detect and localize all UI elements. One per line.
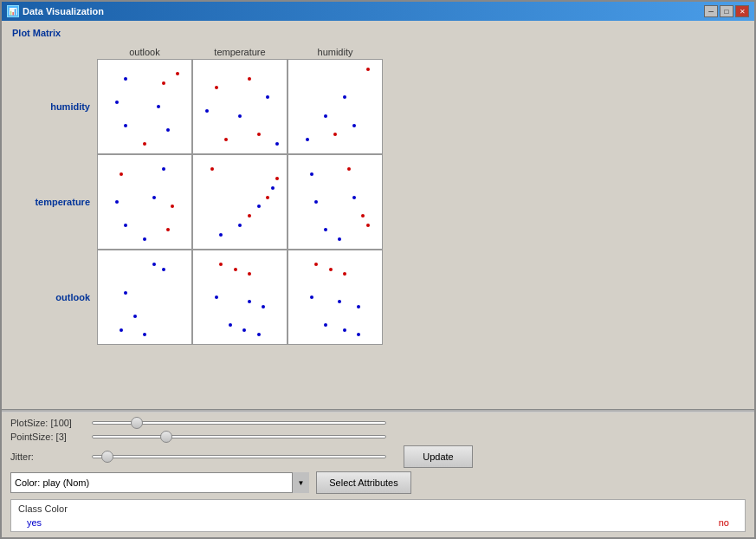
plot-cell-1-2 — [288, 154, 383, 250]
jitter-thumb[interactable] — [101, 451, 113, 463]
select-arrow-icon[interactable]: ▼ — [292, 472, 309, 493]
minimize-button[interactable]: ─ — [704, 5, 718, 17]
plot-cell-0-1 — [192, 59, 288, 154]
row-label-temperature: temperature — [3, 197, 90, 207]
col-header-humidity: humidity — [288, 47, 383, 59]
plot-cell-0-0 — [97, 59, 192, 154]
plot-cell-1-1 — [192, 154, 288, 250]
plot-matrix-label: Plot Matrix — [12, 28, 61, 38]
plot-size-track[interactable] — [92, 421, 386, 425]
main-window: 📊 Data Visualization ─ □ ✕ Plot Matrix o… — [0, 0, 756, 539]
col-header-outlook: outlook — [97, 47, 192, 59]
maximize-button[interactable]: □ — [720, 5, 733, 17]
select-attributes-button[interactable]: Select Attributes — [316, 471, 411, 494]
plot-rows: humidity — [97, 59, 746, 345]
row-label-humidity: humidity — [3, 101, 90, 112]
plot-cell-0-2 — [288, 59, 383, 154]
grid-cells-row2 — [97, 250, 383, 345]
point-size-label: PointSize: [3] — [10, 432, 88, 442]
jitter-row: Jitter: Update — [10, 445, 746, 468]
bottom-controls: Color: play (Nom) ▼ Select Attributes — [10, 471, 746, 494]
jitter-track[interactable] — [92, 455, 386, 458]
grid-cells-row0 — [97, 59, 383, 154]
color-select[interactable]: Color: play (Nom) — [10, 472, 309, 493]
grid-cells-row1 — [97, 154, 383, 250]
class-yes-value: yes — [27, 517, 42, 528]
plot-row-humidity: humidity — [97, 59, 746, 154]
title-bar: 📊 Data Visualization ─ □ ✕ — [2, 2, 754, 21]
close-button[interactable]: ✕ — [735, 5, 749, 17]
class-color-values: yes no — [18, 517, 738, 528]
plot-cell-2-2 — [288, 250, 383, 345]
col-headers: outlook temperature humidity — [97, 47, 746, 59]
plot-cell-2-0 — [97, 250, 192, 345]
class-no-value: no — [719, 517, 729, 528]
window-title: Data Visualization — [23, 6, 104, 16]
row-label-outlook: outlook — [3, 292, 90, 302]
plot-grid-container: outlook temperature humidity humidity — [97, 47, 746, 345]
point-size-row: PointSize: [3] — [10, 432, 746, 442]
plot-area: Plot Matrix outlook temperature humidity… — [2, 21, 754, 409]
jitter-label: Jitter: — [10, 451, 88, 462]
plot-size-label: PlotSize: [100] — [10, 418, 88, 428]
update-button[interactable]: Update — [404, 445, 473, 468]
point-size-thumb[interactable] — [160, 431, 172, 443]
class-color-section: Class Color yes no — [10, 499, 746, 532]
plot-cell-1-0 — [97, 154, 192, 250]
plot-size-thumb[interactable] — [131, 417, 143, 429]
window-controls: ─ □ ✕ — [704, 5, 749, 17]
col-header-temperature: temperature — [192, 47, 288, 59]
app-icon: 📊 — [7, 5, 19, 17]
plot-size-row: PlotSize: [100] — [10, 418, 746, 428]
content-area: Plot Matrix outlook temperature humidity… — [2, 21, 754, 537]
plot-row-outlook: outlook — [97, 250, 746, 345]
controls-area: PlotSize: [100] PointSize: [3] Jitter: — [2, 412, 754, 537]
color-select-wrapper: Color: play (Nom) ▼ — [10, 472, 309, 493]
plot-cell-2-1 — [192, 250, 288, 345]
point-size-track[interactable] — [92, 435, 386, 438]
plot-row-temperature: temperature — [97, 154, 746, 250]
class-color-title: Class Color — [18, 503, 738, 514]
